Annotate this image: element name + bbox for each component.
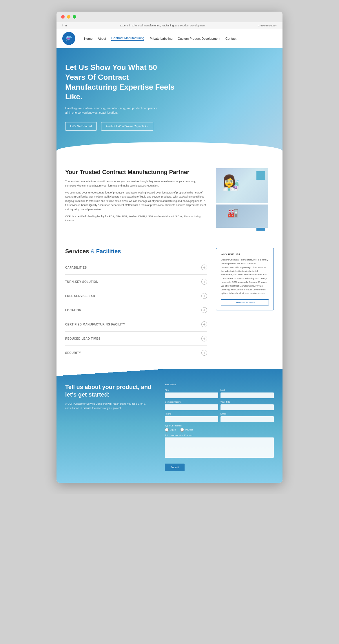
your-title-label: Your Title xyxy=(220,401,274,403)
accordion-label-location: LOCATION xyxy=(65,309,81,312)
form-group-title: Your Title xyxy=(220,401,274,410)
product-type-label: Type Of Product xyxy=(165,424,274,427)
nav-home[interactable]: Home xyxy=(84,37,92,40)
accordion-turnkey[interactable]: TURN-KEY SOLUTION + xyxy=(65,275,207,289)
form-phone-email-row: Phone Email xyxy=(165,413,274,422)
phone-input[interactable] xyxy=(165,416,218,422)
trusted-para-2: We command over 75,000 square feet of pr… xyxy=(65,191,207,211)
company-label: Company Name xyxy=(165,401,218,403)
services-section: Services & Facilities CAPABILITIES + TUR… xyxy=(57,239,282,369)
facebook-icon[interactable]: f xyxy=(62,24,63,27)
form-group-company: Company Name xyxy=(165,401,218,410)
accordion-fullservicelab[interactable]: FULL SERVICE LAB + xyxy=(65,289,207,303)
browser-window: f in Experts in Chemical Manufacturing, … xyxy=(57,12,282,483)
trusted-text: Your Trusted Contract Manufacturing Part… xyxy=(65,168,207,226)
first-name-input[interactable] xyxy=(165,392,218,398)
nav-links: Home About Contract Manufacturing Privat… xyxy=(84,36,236,41)
company-name-input[interactable] xyxy=(165,404,218,410)
first-label: First xyxy=(165,389,218,391)
accordion-icon-turnkey: + xyxy=(201,279,207,285)
radio-group-product: Liquid Powder xyxy=(165,428,274,432)
get-started-button[interactable]: Let's Get Started xyxy=(65,122,97,131)
accordion-reduced-lead[interactable]: REDUCED LEAD TIMES + xyxy=(65,332,207,346)
form-name-row: Your Name xyxy=(165,383,274,386)
powder-radio-label: Powder xyxy=(180,428,193,432)
phone-label: Phone xyxy=(165,413,218,415)
accordion-icon-location: + xyxy=(201,307,207,313)
title-input[interactable] xyxy=(220,404,274,410)
dot-red[interactable] xyxy=(61,15,65,19)
services-title: Services & Facilities xyxy=(65,248,207,255)
accordion-label-capabilities: CAPABILITIES xyxy=(65,266,87,269)
trusted-content: Your Trusted Contract Manufacturing Part… xyxy=(65,168,274,228)
services-title-end: Facilities xyxy=(96,248,121,254)
hero-title: Let Us Show You What 50 Years Of Contrac… xyxy=(65,63,175,102)
email-input[interactable] xyxy=(220,416,274,422)
logo-icon: ⚗️ xyxy=(62,32,75,45)
flask-icon: ⚗️ xyxy=(66,35,72,42)
email-label: Email xyxy=(220,413,274,415)
contact-form: Your Name First Last Company Name xyxy=(165,383,274,471)
services-title-start: Services xyxy=(65,248,89,254)
accordion-capabilities[interactable]: CAPABILITIES + xyxy=(65,261,207,275)
accordion-icon-security: + xyxy=(201,350,207,356)
accordion-label-fullservicelab: FULL SERVICE LAB xyxy=(65,294,95,298)
form-group-phone: Phone xyxy=(165,413,218,422)
form-group-product-type: Type Of Product Liquid Powder xyxy=(165,424,274,432)
trusted-para-1: Your contract manufacturer should be som… xyxy=(65,179,207,188)
nav-private-labeling[interactable]: Private Labeling xyxy=(150,37,172,40)
accordion-location[interactable]: LOCATION + xyxy=(65,303,207,317)
linkedin-icon[interactable]: in xyxy=(65,24,67,27)
why-text: Custom Chemical Formulators, Inc. is a f… xyxy=(221,258,269,295)
why-title: WHY USE US? xyxy=(221,253,269,256)
hero-subtitle: Handling raw material sourcing, manufact… xyxy=(65,106,158,115)
form-your-name-label: Your Name xyxy=(165,383,274,386)
top-bar: f in Experts in Chemical Manufacturing, … xyxy=(57,22,282,29)
accordion-certified[interactable]: CERTIFIED MANUFACTURING FACILITY + xyxy=(65,317,207,332)
tell-us-label: Tell Us About Your Product: xyxy=(165,434,274,437)
trusted-para-3: CCFI is a certified blending facility fo… xyxy=(65,214,207,223)
accordion-icon-fullservicelab: + xyxy=(201,293,207,299)
nav-custom-product[interactable]: Custom Product Development xyxy=(178,37,220,40)
nav-contact[interactable]: Contact xyxy=(225,37,236,40)
tagline: Experts in Chemical Manufacturing, Packa… xyxy=(120,24,205,27)
accordion-label-reduced-lead: REDUCED LEAD TIMES xyxy=(65,337,101,340)
trusted-section: Your Trusted Contract Manufacturing Part… xyxy=(57,154,282,239)
accordion-label-security: SECURITY xyxy=(65,351,81,354)
liquid-radio[interactable] xyxy=(165,428,169,432)
accordion-label-certified: CERTIFIED MANUFACTURING FACILITY xyxy=(65,323,125,326)
last-label: Last xyxy=(220,389,274,391)
contact-subtitle: A CCFI Customer Service Concierge will r… xyxy=(65,402,156,410)
dot-yellow[interactable] xyxy=(67,15,70,19)
social-links: f in xyxy=(62,24,67,27)
phone-number: 1-866-361-1264 xyxy=(258,24,277,27)
accordion-label-turnkey: TURN-KEY SOLUTION xyxy=(65,280,98,283)
lab-image: 👩‍🔬 xyxy=(216,168,268,203)
accordion-icon-certified: + xyxy=(201,321,207,327)
services-left: Services & Facilities CAPABILITIES + TUR… xyxy=(65,248,207,360)
form-group-last: Last xyxy=(220,389,274,398)
hero-section: Let Us Show You What 50 Years Of Contrac… xyxy=(57,48,282,154)
browser-chrome xyxy=(57,12,282,22)
accordion-icon-capabilities: + xyxy=(201,265,207,270)
contact-inner: Tell us about your product, and let's ge… xyxy=(65,383,274,471)
form-group-tell-us: Tell Us About Your Product: xyxy=(165,434,274,459)
hero-buttons: Let's Get Started Find Out What We're Ca… xyxy=(65,122,274,131)
form-first-last-row: First Last xyxy=(165,389,274,398)
accordion-security[interactable]: SECURITY + xyxy=(65,346,207,360)
powder-radio[interactable] xyxy=(180,428,184,432)
product-description-textarea[interactable] xyxy=(165,437,274,458)
submit-button[interactable]: Submit xyxy=(165,464,185,471)
contact-left: Tell us about your product, and let's ge… xyxy=(65,383,156,471)
last-name-input[interactable] xyxy=(220,392,274,398)
trusted-title: Your Trusted Contract Manufacturing Part… xyxy=(65,168,207,176)
nav-about[interactable]: About xyxy=(98,37,106,40)
accent-box-1 xyxy=(256,171,265,180)
dot-green[interactable] xyxy=(73,15,76,19)
logo-area: ⚗️ xyxy=(62,32,75,45)
capabilities-button[interactable]: Find Out What We're Capable Of xyxy=(101,122,153,131)
trusted-image-area: 👩‍🔬 🏭 xyxy=(216,168,274,228)
nav-contract-manufacturing[interactable]: Contract Manufacturing xyxy=(111,36,144,41)
download-brochure-button[interactable]: Download Brochure xyxy=(221,299,269,305)
liquid-radio-label: Liquid xyxy=(165,428,176,432)
